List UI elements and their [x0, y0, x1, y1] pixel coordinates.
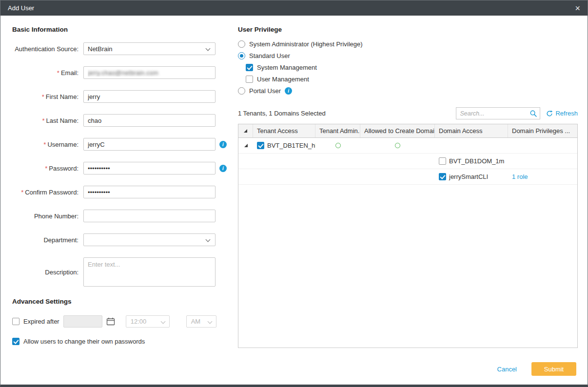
last-name-field[interactable]	[83, 114, 216, 127]
refresh-button[interactable]: Refresh	[546, 110, 578, 117]
username-row: *Username: i	[12, 138, 232, 151]
first-name-field[interactable]	[83, 90, 216, 103]
tenant-search-box	[456, 107, 540, 119]
expiration-ampm-value: AM	[191, 318, 201, 325]
role-link[interactable]: 1 role	[512, 173, 528, 180]
domain-name: BVT_DB1DOM_1m	[449, 157, 504, 165]
description-field[interactable]	[83, 257, 216, 287]
domain-checkbox[interactable]	[439, 173, 446, 180]
phone-label-text: Phone Number:	[34, 213, 78, 220]
password-field[interactable]	[83, 162, 216, 174]
search-input[interactable]	[460, 110, 529, 117]
search-icon[interactable]	[529, 110, 537, 117]
empty-cell	[253, 169, 315, 184]
last-name-row: *Last Name:	[12, 114, 232, 127]
confirm-password-field[interactable]	[83, 186, 216, 198]
domain-access-cell	[435, 138, 508, 153]
last-name-label-text: Last Name:	[46, 117, 78, 124]
chevron-down-icon	[207, 319, 212, 324]
tenant-row: BVT_DB1TEN_hlu!	[238, 138, 577, 154]
domain-row: jerrySmartCLI 1 role	[238, 169, 577, 185]
header-expand-cell	[238, 124, 253, 137]
tenant-domain-table: Tenant Access Tenant Admin... Allowed to…	[238, 124, 578, 348]
tenant-admin-indicator[interactable]	[335, 143, 341, 148]
close-icon[interactable]: ×	[575, 4, 580, 13]
username-label-text: Username:	[47, 141, 78, 148]
tenant-checkbox[interactable]	[257, 142, 264, 149]
required-asterisk: *	[43, 141, 46, 148]
calendar-icon[interactable]	[106, 317, 115, 326]
expiration-time-select[interactable]: 12:00	[126, 315, 170, 328]
cancel-button[interactable]: Cancel	[497, 366, 517, 373]
col-header-domain-privileges[interactable]: Domain Privileges ...	[508, 124, 577, 137]
allowed-create-domain-indicator[interactable]	[395, 143, 400, 148]
allow-password-change-checkbox[interactable]	[12, 338, 20, 345]
info-icon[interactable]: i	[219, 141, 227, 148]
last-name-label: *Last Name:	[12, 117, 83, 124]
submit-button[interactable]: Submit	[531, 362, 576, 376]
department-label-text: Department:	[43, 236, 78, 244]
domain-checkbox[interactable]	[439, 157, 446, 165]
domain-privileges-cell	[508, 138, 577, 153]
password-label: *Password:	[12, 165, 83, 172]
add-user-dialog: Add User × Basic Information Authenticat…	[0, 0, 588, 387]
col-header-tenant-admin[interactable]: Tenant Admin...	[315, 124, 360, 137]
col-header-domain-access[interactable]: Domain Access	[435, 124, 508, 137]
user-management-label: User Management	[257, 76, 309, 83]
info-icon[interactable]: i	[285, 87, 292, 95]
portal-user-label: Portal User	[249, 87, 281, 95]
auth-source-select[interactable]: NetBrain	[83, 42, 216, 55]
first-name-row: *First Name:	[12, 90, 232, 103]
empty-cell	[315, 154, 360, 169]
tenant-selection-bar: 1 Tenants, 1 Domains Selected	[238, 107, 578, 119]
email-label: *Email:	[12, 69, 83, 77]
email-field[interactable]	[83, 66, 216, 79]
required-asterisk: *	[21, 189, 23, 196]
allow-password-change-row: Allow users to change their own password…	[12, 338, 232, 345]
privilege-option-standard-user: Standard User	[238, 52, 578, 59]
collapse-row-icon[interactable]	[244, 144, 248, 147]
username-label: *Username:	[12, 141, 83, 148]
auth-source-label-text: Authentication Source:	[15, 45, 78, 53]
confirm-password-label-text: Confirm Password:	[25, 189, 78, 196]
expand-all-icon[interactable]	[244, 129, 247, 133]
user-privilege-section: User Privilege System Administrator (Hig…	[238, 26, 578, 348]
description-label-text: Description:	[45, 269, 78, 276]
col-header-allowed-create-domain[interactable]: Allowed to Create Domain ...	[360, 124, 435, 137]
auth-source-row: Authentication Source: NetBrain	[12, 42, 232, 55]
username-field[interactable]	[83, 138, 216, 151]
expired-after-checkbox[interactable]	[12, 318, 20, 325]
expired-after-label: Expired after	[23, 318, 59, 325]
chevron-down-icon	[206, 237, 211, 242]
system-admin-label: System Administrator (Highest Privilege)	[249, 40, 363, 48]
refresh-label: Refresh	[555, 110, 578, 117]
tenant-expand-cell	[238, 138, 253, 153]
portal-user-radio[interactable]	[238, 87, 245, 95]
expiration-ampm-select[interactable]: AM	[186, 315, 216, 328]
suboption-system-management: System Management	[246, 64, 578, 71]
auth-source-value: NetBrain	[88, 45, 113, 53]
required-asterisk: *	[42, 117, 44, 124]
domain-privileges-cell: 1 role	[508, 169, 577, 184]
advanced-settings-heading: Advanced Settings	[12, 298, 232, 305]
system-management-checkbox[interactable]	[246, 64, 253, 71]
allow-password-change-label: Allow users to change their own password…	[23, 338, 145, 345]
system-management-label: System Management	[257, 64, 317, 71]
user-management-checkbox[interactable]	[246, 76, 253, 83]
tenant-admin-cell	[315, 138, 360, 153]
email-row: *Email:	[12, 66, 232, 79]
refresh-icon	[546, 110, 553, 117]
table-header: Tenant Access Tenant Admin... Allowed to…	[238, 124, 577, 138]
phone-field[interactable]	[83, 210, 216, 222]
standard-user-radio[interactable]	[238, 52, 245, 59]
info-icon[interactable]: i	[219, 165, 227, 172]
expiration-date-input[interactable]	[63, 315, 102, 328]
tenant-name: BVT_DB1TEN_hlu!	[267, 142, 315, 149]
dialog-footer: Cancel Submit	[497, 362, 576, 376]
department-select[interactable]	[83, 233, 216, 246]
confirm-password-row: *Confirm Password:	[12, 186, 232, 198]
system-admin-radio[interactable]	[238, 40, 245, 48]
selection-summary: 1 Tenants, 1 Domains Selected	[238, 110, 326, 117]
domain-access-cell: jerrySmartCLI	[435, 169, 508, 184]
col-header-tenant-access[interactable]: Tenant Access	[253, 124, 315, 137]
